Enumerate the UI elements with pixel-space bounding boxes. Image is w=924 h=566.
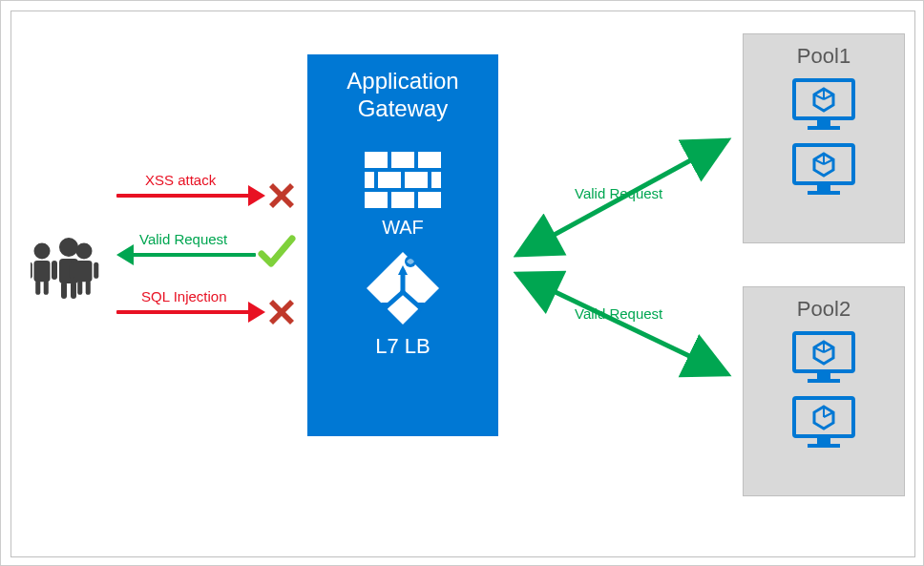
vm-icon <box>790 394 857 451</box>
svg-rect-14 <box>70 262 74 279</box>
users-icon <box>31 234 107 301</box>
firewall-icon <box>365 152 441 209</box>
svg-rect-50 <box>817 185 830 191</box>
svg-rect-9 <box>52 262 56 279</box>
vm-icon <box>790 329 857 387</box>
svg-rect-15 <box>94 262 98 279</box>
svg-marker-19 <box>269 300 294 325</box>
svg-rect-4 <box>61 282 67 299</box>
application-gateway: Application Gateway <box>307 54 498 436</box>
svg-rect-51 <box>808 191 840 195</box>
valid-left-arrow-head <box>116 244 134 265</box>
waf-label: WAF <box>307 217 498 239</box>
valid-left-arrow <box>132 253 256 257</box>
svg-rect-24 <box>378 172 401 188</box>
svg-rect-28 <box>391 192 414 208</box>
vm-icon <box>790 141 857 199</box>
svg-rect-17 <box>86 281 91 295</box>
xss-block-icon <box>267 181 296 210</box>
svg-point-0 <box>59 238 78 257</box>
svg-rect-23 <box>365 172 374 188</box>
xss-arrow-head <box>248 185 265 206</box>
svg-rect-16 <box>77 281 82 295</box>
svg-rect-10 <box>35 281 40 295</box>
gateway-title: Application Gateway <box>307 68 498 123</box>
svg-rect-27 <box>365 192 388 208</box>
svg-rect-65 <box>808 444 840 448</box>
svg-marker-18 <box>269 183 294 208</box>
svg-rect-8 <box>31 262 32 279</box>
lb-label: L7 LB <box>307 334 498 359</box>
pool2-title: Pool2 <box>744 297 904 322</box>
svg-rect-64 <box>817 438 830 444</box>
svg-point-12 <box>76 242 93 259</box>
svg-rect-11 <box>44 281 49 295</box>
gateway-to-pools-arrows <box>498 107 746 393</box>
load-balancer-icon <box>365 250 441 326</box>
svg-rect-44 <box>808 126 840 130</box>
svg-rect-57 <box>817 373 830 379</box>
svg-line-41 <box>517 274 727 374</box>
svg-rect-29 <box>418 192 441 208</box>
gateway-title-line1: Application <box>346 68 458 94</box>
svg-rect-5 <box>71 282 76 299</box>
svg-point-6 <box>34 242 51 259</box>
svg-rect-25 <box>405 172 428 188</box>
svg-rect-1 <box>59 259 78 283</box>
xss-label: XSS attack <box>145 172 216 188</box>
valid-left-label: Valid Request <box>139 231 227 247</box>
sql-arrow-head <box>248 302 265 323</box>
valid-top-label: Valid Request <box>575 185 662 201</box>
svg-rect-58 <box>808 379 840 383</box>
sql-block-icon <box>267 298 296 326</box>
svg-rect-26 <box>431 172 441 188</box>
pool2: Pool2 <box>743 286 905 496</box>
svg-rect-43 <box>817 120 830 126</box>
diagram-canvas: XSS attack Valid Request SQL Injection A… <box>10 10 915 557</box>
sql-label: SQL Injection <box>141 288 227 304</box>
vm-icon <box>790 76 857 134</box>
svg-rect-20 <box>365 152 388 168</box>
sql-arrow <box>116 310 250 314</box>
pool1: Pool1 <box>743 33 905 243</box>
svg-rect-13 <box>76 261 93 282</box>
svg-rect-7 <box>34 261 51 282</box>
gateway-title-line2: Gateway <box>358 95 449 121</box>
pool1-title: Pool1 <box>744 44 904 69</box>
valid-bottom-label: Valid Request <box>575 305 662 322</box>
xss-arrow <box>116 194 250 198</box>
svg-rect-22 <box>418 152 441 168</box>
valid-check-icon <box>258 233 296 271</box>
svg-rect-21 <box>391 152 414 168</box>
